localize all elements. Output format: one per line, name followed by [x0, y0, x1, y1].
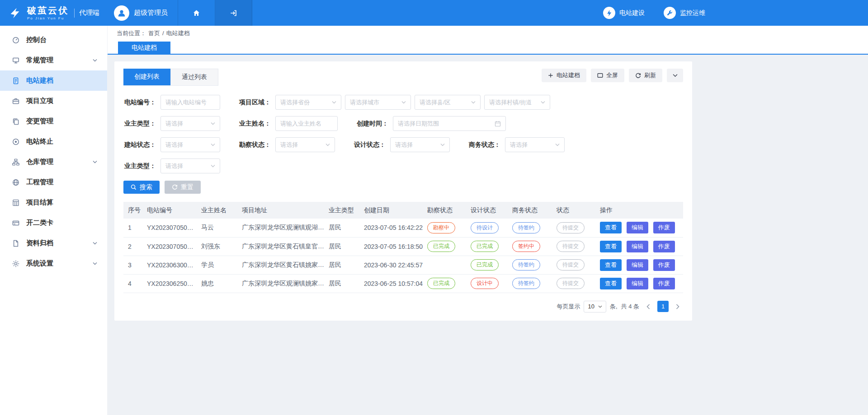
- col-header: 设计状态: [466, 202, 508, 219]
- cell-status: 待提交: [552, 237, 595, 256]
- status-badge: 勘察中: [427, 222, 455, 233]
- business-status-select[interactable]: 请选择: [505, 137, 565, 152]
- app-logo[interactable]: 破茧云伏 Po Jian Yun Fu 代理端: [0, 0, 108, 26]
- build-status-select[interactable]: 请选择: [160, 137, 220, 152]
- sidebar-item-project-initiation[interactable]: 项目立项: [0, 91, 107, 111]
- create-time-range-input[interactable]: 请选择日期范围: [393, 116, 506, 131]
- cell-index: 4: [123, 274, 142, 293]
- chevron-down-icon: [211, 164, 215, 168]
- sidebar-item-system-settings[interactable]: 系统设置: [0, 253, 107, 274]
- sidebar-item-station-termination[interactable]: 电站终止: [0, 131, 107, 152]
- sidebar-item-label: 项目立项: [26, 97, 53, 105]
- breadcrumb-home[interactable]: 首页: [148, 29, 160, 37]
- station-no-label: 电站编号：: [123, 98, 156, 107]
- cell-created: 2023-07-05 16:18:50: [359, 237, 423, 256]
- edit-button[interactable]: 编辑: [627, 222, 648, 233]
- document-icon: [12, 77, 20, 85]
- search-button[interactable]: 搜索: [123, 181, 160, 194]
- user-menu[interactable]: 超级管理员: [108, 0, 178, 26]
- edit-button[interactable]: 编辑: [627, 241, 648, 252]
- sidebar-item-warehouse-mgmt[interactable]: 仓库管理: [0, 152, 107, 172]
- cell-address: 广东深圳龙华区黄石镇姚家庄...: [237, 256, 324, 274]
- void-button[interactable]: 作废: [653, 241, 675, 252]
- view-button[interactable]: 查看: [600, 259, 622, 271]
- reset-button[interactable]: 重置: [165, 181, 201, 194]
- fullscreen-icon: [597, 73, 603, 78]
- cell-owner-type: 居民: [324, 237, 359, 256]
- void-button[interactable]: 作废: [653, 278, 675, 289]
- home-button[interactable]: [178, 0, 215, 26]
- col-header: 电站编号: [142, 202, 197, 219]
- sidebar-item-project-settlement[interactable]: 项目结算: [0, 192, 107, 213]
- tab-station-filing[interactable]: 电站建档: [118, 42, 170, 54]
- new-station-filing-button[interactable]: 电站建档: [542, 69, 586, 82]
- collapse-toolbar-button[interactable]: [667, 69, 683, 82]
- page-size-select[interactable]: 10: [584, 301, 606, 312]
- owner-type-select[interactable]: 请选择: [160, 116, 220, 131]
- business-status-label: 商务状态：: [468, 141, 500, 149]
- sidebar-item-label: 资料归档: [26, 239, 53, 247]
- status-badge: 待提交: [557, 278, 585, 289]
- col-header: 序号: [123, 202, 142, 219]
- chevron-right-icon: [676, 304, 679, 309]
- sidebar-item-data-archive[interactable]: 资料归档: [0, 233, 107, 253]
- user-name: 超级管理员: [134, 9, 168, 17]
- town-select[interactable]: 请选择村镇/街道: [484, 95, 550, 110]
- owner-type2-select[interactable]: 请选择: [160, 159, 220, 173]
- avatar: [114, 5, 129, 21]
- search-icon: [131, 184, 137, 190]
- tab-create-list[interactable]: 创建列表: [123, 69, 170, 85]
- cell-business-status: 签约中: [508, 237, 552, 256]
- content: 创建列表 通过列表 电站建档 全屏 刷新: [108, 55, 868, 321]
- col-header: 创建日期: [359, 202, 423, 219]
- sidebar-item-type2-card[interactable]: 开二类卡: [0, 213, 107, 233]
- globe-icon: [12, 178, 20, 187]
- city-select[interactable]: 请选择城市: [345, 95, 411, 110]
- sidebar-item-change-mgmt[interactable]: 变更管理: [0, 111, 107, 131]
- next-page-button[interactable]: [672, 301, 683, 312]
- fullscreen-button[interactable]: 全屏: [591, 69, 624, 82]
- sidebar-item-console[interactable]: 控制台: [0, 30, 107, 50]
- app-subtitle: Po Jian Yun Fu: [27, 16, 69, 20]
- page-1-button[interactable]: 1: [657, 301, 669, 312]
- county-select[interactable]: 请选择县/区: [415, 95, 481, 110]
- cell-actions: 查看 编辑 作废: [595, 219, 683, 237]
- view-button[interactable]: 查看: [600, 278, 622, 289]
- chevron-down-icon: [93, 160, 97, 164]
- cell-actions: 查看 编辑 作废: [595, 274, 683, 293]
- refresh-button[interactable]: 刷新: [629, 69, 662, 82]
- archive-icon: [12, 239, 20, 247]
- logout-button[interactable]: [215, 0, 252, 26]
- col-header: 勘察状态: [423, 202, 466, 219]
- design-status-select[interactable]: 请选择: [390, 137, 450, 152]
- total-label: 共 4 条: [621, 303, 639, 311]
- sidebar-item-engineering-mgmt[interactable]: 工程管理: [0, 172, 107, 192]
- cell-design-status: 待设计: [466, 219, 508, 237]
- nav-monitor-ops[interactable]: 监控运维: [664, 7, 705, 19]
- survey-status-select[interactable]: 请选择: [275, 137, 335, 152]
- owner-name-input[interactable]: [275, 116, 338, 131]
- monitor-icon: [12, 56, 20, 65]
- status-badge: 已完成: [471, 259, 499, 270]
- chevron-down-icon: [332, 101, 336, 104]
- nav-station-build[interactable]: 电站建设: [603, 7, 645, 19]
- view-button[interactable]: 查看: [600, 222, 622, 233]
- cell-owner-type: 居民: [324, 219, 359, 237]
- cell-owner-type: 居民: [324, 256, 359, 274]
- tab-passed-list[interactable]: 通过列表: [170, 69, 218, 85]
- view-button[interactable]: 查看: [600, 241, 622, 252]
- chevron-down-icon: [401, 101, 406, 104]
- sidebar-item-station-filing[interactable]: 电站建档: [0, 70, 107, 91]
- province-select[interactable]: 请选择省份: [275, 95, 341, 110]
- edit-button[interactable]: 编辑: [627, 259, 648, 271]
- edit-button[interactable]: 编辑: [627, 278, 648, 289]
- station-no-input[interactable]: [160, 95, 220, 110]
- void-button[interactable]: 作废: [653, 222, 675, 233]
- void-button[interactable]: 作废: [653, 259, 675, 271]
- region-label: 项目区域：: [238, 98, 271, 107]
- prev-page-button[interactable]: [643, 301, 654, 312]
- sidebar-item-general-mgmt[interactable]: 常规管理: [0, 50, 107, 70]
- cell-survey-status: 已完成: [423, 274, 466, 293]
- status-badge: 已完成: [471, 241, 499, 252]
- stop-icon: [12, 138, 20, 146]
